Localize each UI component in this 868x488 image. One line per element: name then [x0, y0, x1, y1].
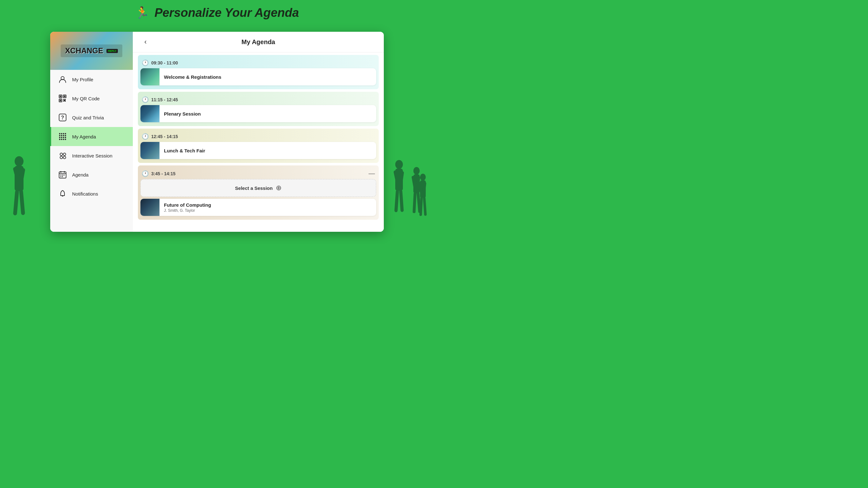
sidebar-item-label: Notifications — [72, 191, 98, 197]
select-session-label: Select a Session — [235, 186, 273, 191]
session-thumbnail — [141, 142, 159, 159]
session-card-future-computing[interactable]: Future of Computing J. Smith, G. Taylor — [141, 199, 376, 216]
sidebar-item-label: My Profile — [72, 77, 93, 82]
svg-rect-62 — [60, 175, 61, 175]
clock-icon: 🕐 — [142, 59, 149, 66]
session-title: Welcome & Registrations — [164, 74, 372, 80]
sidebar-item-notifications[interactable]: Notifications — [50, 184, 133, 203]
session-thumbnail — [141, 68, 159, 86]
question-icon: ? — [58, 112, 68, 123]
svg-rect-66 — [62, 176, 63, 177]
circles-icon — [58, 151, 68, 161]
content-header: ‹ My Agenda — [133, 32, 384, 53]
sidebar-item-my-profile[interactable]: My Profile — [50, 70, 133, 89]
content-title: My Agenda — [156, 38, 361, 46]
calendar-icon — [58, 169, 68, 180]
time-row-1: 🕐 09:30 - 11:00 — [141, 57, 376, 68]
session-info: Welcome & Registrations — [159, 71, 376, 83]
sidebar-item-label: My Agenda — [72, 134, 96, 139]
person-icon — [58, 74, 68, 85]
session-card-welcome[interactable]: Welcome & Registrations — [141, 68, 376, 86]
sidebar-item-quiz-and-trivia[interactable]: ? Quiz and Trivia — [50, 108, 133, 127]
time-label-4: 🕐 3:45 - 14:15 — [142, 170, 175, 177]
sidebar: XCHANGE REPLY My Profile — [50, 32, 133, 232]
sidebar-item-label: Interactive Session — [72, 153, 113, 158]
sidebar-navigation: My Profile — [50, 70, 133, 232]
svg-rect-40 — [63, 133, 64, 134]
session-info: Plenary Session — [159, 108, 376, 120]
grid-icon — [58, 131, 68, 141]
select-session-button[interactable]: Select a Session ⊕ — [141, 179, 376, 197]
header-title: Personalize Your Agenda — [154, 6, 299, 20]
svg-rect-65 — [60, 176, 61, 177]
svg-rect-47 — [61, 137, 62, 138]
svg-rect-51 — [61, 139, 62, 140]
svg-rect-38 — [59, 133, 60, 134]
time-block-1: 🕐 09:30 - 11:00 Welcome & Registrations — [138, 55, 379, 89]
svg-rect-64 — [64, 175, 64, 175]
agenda-list: 🕐 09:30 - 11:00 Welcome & Registrations — [133, 53, 384, 232]
session-info: Lunch & Tech Fair — [159, 145, 376, 157]
sidebar-item-label: Agenda — [72, 172, 89, 177]
collapse-button[interactable]: — — [369, 170, 375, 177]
time-label-2: 🕐 11:15 - 12:45 — [142, 96, 178, 103]
svg-rect-39 — [61, 133, 62, 134]
svg-rect-52 — [63, 139, 64, 140]
session-thumbnail — [141, 105, 159, 122]
sidebar-item-label: My QR Code — [72, 96, 100, 101]
time-row-2: 🕐 11:15 - 12:45 — [141, 94, 376, 105]
svg-rect-60 — [60, 171, 61, 173]
session-card-lunch[interactable]: Lunch & Tech Fair — [141, 142, 376, 159]
add-circle-icon: ⊕ — [276, 184, 281, 192]
svg-text:?: ? — [61, 115, 64, 120]
header-icon: 🏃 — [135, 6, 149, 20]
main-container: XCHANGE REPLY My Profile — [0, 25, 434, 244]
session-title: Lunch & Tech Fair — [164, 148, 372, 153]
svg-rect-26 — [60, 96, 61, 97]
svg-point-55 — [63, 153, 66, 156]
svg-rect-49 — [65, 137, 66, 138]
back-button[interactable]: ‹ — [141, 37, 151, 47]
sidebar-item-my-qr-code[interactable]: My QR Code — [50, 89, 133, 108]
sidebar-item-agenda[interactable]: Agenda — [50, 165, 133, 184]
time-block-2: 🕐 11:15 - 12:45 Plenary Session — [138, 92, 379, 126]
svg-rect-50 — [59, 139, 60, 140]
time-block-4: 🕐 3:45 - 14:15 — Select a Session ⊕ — [138, 165, 379, 220]
time-label-3: 🕐 12:45 - 14:15 — [142, 133, 178, 140]
sidebar-item-my-agenda[interactable]: My Agenda — [50, 127, 133, 146]
svg-rect-63 — [62, 175, 63, 175]
logo-text: XCHANGE — [65, 46, 103, 55]
reply-badge: REPLY — [106, 49, 118, 53]
session-title: Future of Computing — [164, 202, 372, 208]
sidebar-item-interactive-session[interactable]: Interactive Session — [50, 146, 133, 165]
time-label-1: 🕐 09:30 - 11:00 — [142, 59, 178, 66]
app-logo: XCHANGE REPLY — [61, 44, 122, 57]
session-info: Future of Computing J. Smith, G. Taylor — [159, 199, 376, 216]
time-row-3: 🕐 12:45 - 14:15 — [141, 130, 376, 142]
time-block-3: 🕐 12:45 - 14:15 Lunch & Tech Fair — [138, 129, 379, 163]
svg-rect-61 — [64, 171, 65, 173]
svg-rect-43 — [61, 135, 62, 136]
content-area: ‹ My Agenda 🕐 09:30 - 11:00 We — [133, 32, 384, 232]
svg-rect-44 — [63, 135, 64, 136]
svg-rect-48 — [63, 137, 64, 138]
svg-rect-46 — [59, 137, 60, 138]
clock-icon: 🕐 — [142, 170, 149, 177]
session-title: Plenary Session — [164, 111, 372, 117]
svg-rect-30 — [60, 100, 61, 101]
svg-point-54 — [60, 153, 63, 156]
svg-point-56 — [60, 156, 63, 159]
qr-icon — [58, 93, 68, 103]
svg-rect-42 — [59, 135, 60, 136]
svg-point-35 — [64, 99, 65, 101]
header: 🏃 Personalize Your Agenda — [0, 0, 434, 25]
session-subtitle: J. Smith, G. Taylor — [164, 208, 372, 213]
sidebar-item-label: Quiz and Trivia — [72, 115, 104, 120]
svg-point-57 — [63, 156, 66, 159]
session-card-plenary[interactable]: Plenary Session — [141, 105, 376, 122]
svg-rect-53 — [65, 139, 66, 140]
clock-icon: 🕐 — [142, 96, 149, 103]
clock-icon: 🕐 — [142, 133, 149, 140]
session-thumbnail — [141, 199, 159, 216]
svg-rect-28 — [64, 96, 65, 97]
